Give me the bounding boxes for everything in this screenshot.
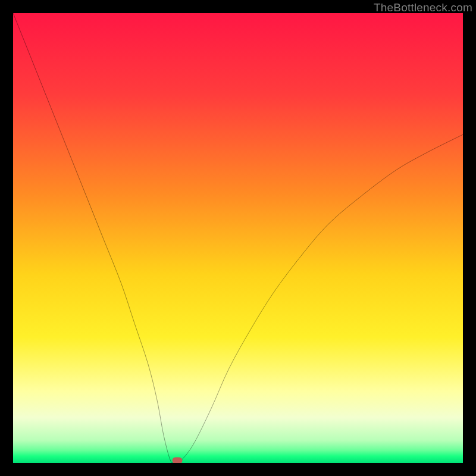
chart-frame: TheBottleneck.com <box>0 0 476 476</box>
watermark-label: TheBottleneck.com <box>374 1 472 14</box>
plot-area <box>13 13 463 463</box>
optimal-point-marker <box>172 458 182 463</box>
bottleneck-curve <box>13 13 463 463</box>
